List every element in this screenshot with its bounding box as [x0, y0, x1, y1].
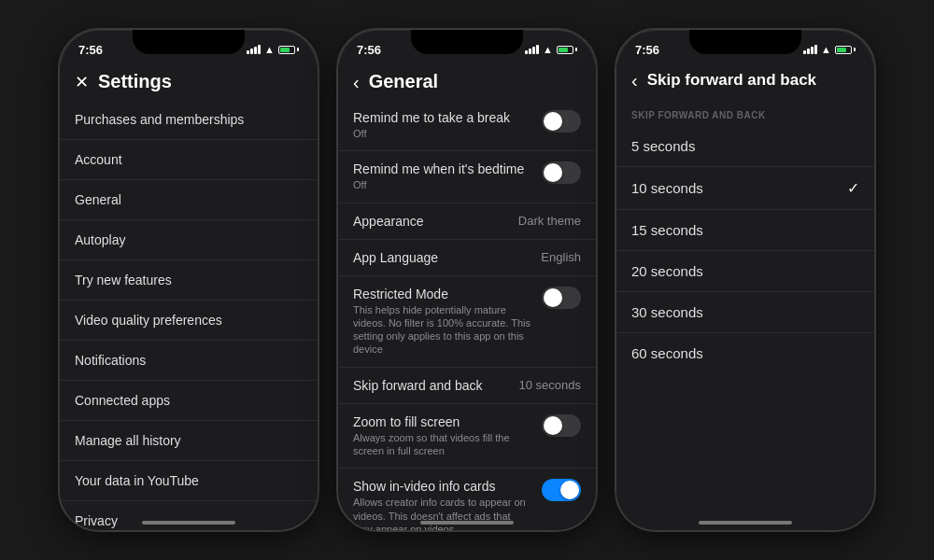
close-icon[interactable]: ✕: [75, 72, 89, 92]
skip-label-60s: 60 seconds: [631, 345, 703, 361]
general-item-zoom: Zoom to fill screen Always zoom so that …: [338, 404, 596, 469]
status-icons: ▲: [803, 44, 856, 55]
item-subtitle: This helps hide potentially mature video…: [353, 303, 531, 357]
skip-label-15s: 15 seconds: [631, 222, 703, 238]
skip-label-10s: 10 seconds: [631, 180, 703, 196]
toggle-info-cards[interactable]: [542, 479, 581, 501]
settings-screen: ✕ Settings Purchases and memberships Acc…: [60, 63, 318, 530]
settings-item-account[interactable]: Account: [60, 140, 318, 180]
skip-title: Skip forward and back: [647, 71, 816, 90]
settings-item-connected-apps[interactable]: Connected apps: [60, 381, 318, 421]
general-item-break: Remind me to take a break Off: [338, 100, 596, 151]
item-subtitle: Always zoom so that videos fill the scre…: [353, 431, 531, 458]
battery-icon: [278, 46, 299, 54]
general-screen: ‹ General Remind me to take a break Off …: [338, 63, 596, 530]
notch: [689, 30, 801, 54]
item-title: Zoom to fill screen: [353, 414, 542, 429]
time-display: 7:56: [357, 43, 381, 57]
item-title: Skip forward and back: [353, 378, 512, 393]
settings-item-your-data[interactable]: Your data in YouTube: [60, 461, 318, 501]
phone-settings: 7:56 ▲ ✕ Settings Purchases and membersh…: [58, 28, 319, 532]
wifi-icon: ▲: [821, 44, 831, 55]
notch: [411, 30, 523, 54]
skip-option-60s[interactable]: 60 seconds: [616, 333, 874, 373]
settings-item-notifications[interactable]: Notifications: [60, 341, 318, 381]
status-icons: ▲: [247, 44, 299, 55]
phone-general: 7:56 ▲ ‹ General: [336, 28, 598, 532]
settings-item-video-quality[interactable]: Video quality preferences: [60, 301, 318, 341]
selected-checkmark: ✓: [847, 179, 859, 197]
battery-icon: [557, 46, 577, 54]
item-subtitle: Allows creator info cards to appear on v…: [353, 496, 531, 530]
general-settings-list: Remind me to take a break Off Remind me …: [338, 100, 596, 530]
item-title: Restricted Mode: [353, 287, 542, 301]
item-title: Show in-video info cards: [353, 479, 542, 494]
skip-option-20s[interactable]: 20 seconds: [616, 251, 874, 292]
settings-item-autoplay[interactable]: Autoplay: [60, 220, 318, 260]
settings-menu: Purchases and memberships Account Genera…: [60, 100, 318, 530]
signal-icon: [525, 45, 539, 54]
settings-title: Settings: [98, 71, 172, 92]
settings-item-history[interactable]: Manage all history: [60, 421, 318, 461]
item-title: Remind me when it's bedtime: [353, 161, 542, 176]
skip-nav-header: ‹ Skip forward and back: [616, 63, 874, 97]
item-value: Dark theme: [518, 214, 581, 228]
item-subtitle: Off: [353, 127, 542, 140]
skip-options-list: 5 seconds 10 seconds ✓ 15 seconds 20 sec…: [616, 126, 874, 373]
skip-option-15s[interactable]: 15 seconds: [616, 210, 874, 251]
general-item-skip[interactable]: Skip forward and back 10 seconds: [338, 368, 596, 404]
general-title: General: [369, 71, 438, 92]
settings-item-general[interactable]: General: [60, 180, 318, 220]
general-item-appearance[interactable]: Appearance Dark theme: [338, 203, 596, 240]
item-title: Appearance: [353, 214, 511, 229]
home-indicator: [699, 521, 792, 525]
general-item-language[interactable]: App Language English: [338, 240, 596, 276]
signal-icon: [803, 45, 817, 54]
toggle-restricted[interactable]: [542, 287, 581, 309]
skip-option-5s[interactable]: 5 seconds: [616, 126, 874, 167]
skip-label-30s: 30 seconds: [631, 304, 703, 320]
wifi-icon: ▲: [264, 44, 275, 55]
general-item-restricted: Restricted Mode This helps hide potentia…: [338, 276, 596, 368]
status-icons: ▲: [525, 44, 577, 55]
settings-item-privacy[interactable]: Privacy: [60, 501, 318, 530]
back-icon[interactable]: ‹: [353, 73, 360, 91]
signal-icon: [247, 45, 261, 54]
settings-item-purchases[interactable]: Purchases and memberships: [60, 100, 318, 140]
skip-option-30s[interactable]: 30 seconds: [616, 292, 874, 333]
time-display: 7:56: [78, 43, 103, 57]
settings-nav-header: ✕ Settings: [60, 63, 318, 100]
home-indicator: [142, 521, 235, 525]
time-display: 7:56: [635, 43, 659, 57]
item-value: English: [541, 250, 581, 264]
home-indicator: [420, 521, 514, 525]
back-icon[interactable]: ‹: [631, 71, 638, 90]
item-title: Remind me to take a break: [353, 110, 542, 125]
item-subtitle: Off: [353, 178, 542, 191]
skip-screen: ‹ Skip forward and back SKIP FORWARD AND…: [616, 63, 874, 530]
toggle-bedtime[interactable]: [542, 161, 581, 184]
toggle-zoom[interactable]: [542, 414, 581, 437]
wifi-icon: ▲: [543, 44, 553, 55]
item-value: 10 seconds: [519, 378, 582, 392]
phone-skip: 7:56 ▲ ‹ Skip forward and back SKIP FORW…: [615, 28, 876, 532]
notch: [133, 30, 245, 54]
item-title: App Language: [353, 250, 533, 265]
settings-item-try-features[interactable]: Try new features: [60, 260, 318, 301]
toggle-break[interactable]: [542, 110, 581, 133]
skip-option-10s[interactable]: 10 seconds ✓: [616, 167, 874, 210]
skip-section-label: SKIP FORWARD AND BACK: [616, 97, 874, 126]
general-item-bedtime: Remind me when it's bedtime Off: [338, 151, 596, 203]
skip-label-5s: 5 seconds: [631, 138, 695, 154]
battery-icon: [835, 46, 856, 54]
general-nav-header: ‹ General: [338, 63, 596, 100]
skip-label-20s: 20 seconds: [631, 263, 703, 279]
